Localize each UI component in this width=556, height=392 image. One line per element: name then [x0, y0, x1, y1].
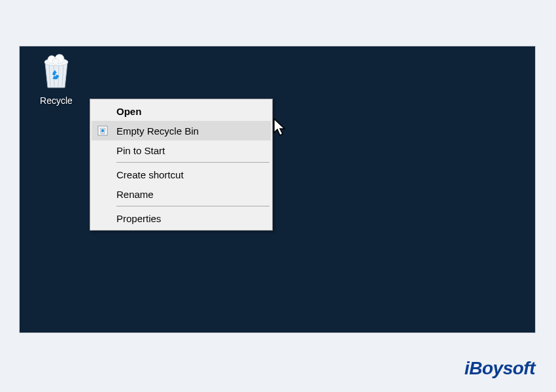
menu-item-label: Properties	[116, 213, 161, 224]
menu-separator	[116, 162, 269, 163]
menu-item-label: Open	[116, 106, 141, 117]
desktop-area[interactable]: Recycle Open Empty Recycle Bin Pin to St…	[20, 46, 535, 333]
recycle-bin-desktop-icon[interactable]: Recycle	[33, 54, 79, 106]
recycle-bin-label: Recycle	[40, 95, 73, 106]
menu-item-pin-to-start[interactable]: Pin to Start	[92, 140, 271, 160]
menu-item-rename[interactable]: Rename	[92, 184, 271, 204]
menu-item-create-shortcut[interactable]: Create shortcut	[92, 165, 271, 184]
brand-logo: iBoysoft	[464, 358, 535, 379]
desktop-window: Recycle Open Empty Recycle Bin Pin to St…	[19, 46, 536, 333]
menu-item-label: Empty Recycle Bin	[116, 125, 199, 137]
menu-item-label: Rename	[116, 189, 154, 200]
context-menu: Open Empty Recycle Bin Pin to Start	[90, 99, 273, 231]
svg-point-9	[101, 129, 104, 132]
mouse-cursor-icon	[273, 118, 288, 140]
menu-separator	[116, 206, 269, 206]
brand-text: iBoysoft	[464, 358, 535, 378]
menu-item-label: Create shortcut	[116, 169, 184, 180]
menu-item-label: Pin to Start	[116, 145, 165, 156]
recycle-bin-small-icon	[97, 125, 109, 137]
svg-point-3	[52, 58, 59, 65]
menu-item-empty-recycle-bin[interactable]: Empty Recycle Bin	[92, 121, 271, 140]
menu-item-properties[interactable]: Properties	[92, 208, 271, 228]
recycle-bin-icon	[40, 54, 73, 90]
menu-item-open[interactable]: Open	[92, 101, 271, 121]
